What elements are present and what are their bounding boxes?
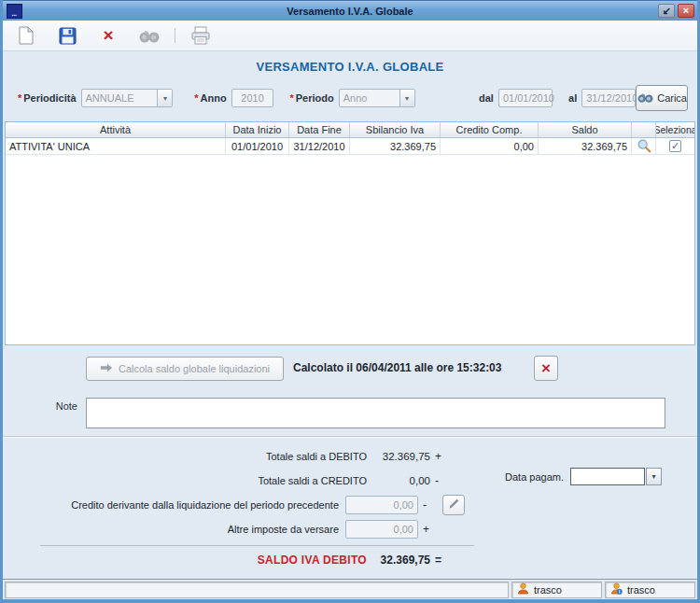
status-message-panel [5,582,509,598]
note-textarea[interactable] [86,398,665,428]
table-row[interactable]: ATTIVITA' UNICA 01/01/2010 31/12/2010 32… [6,138,694,155]
user-info-icon [610,582,623,596]
saldo-divider [40,545,474,546]
required-marker: * [290,92,294,104]
al-label: al [568,92,577,104]
activities-table: Attività Data Inizio Data Fine Sbilancio… [5,121,695,345]
column-header-data-fine[interactable]: Data Fine [289,122,350,138]
red-x-icon: × [541,359,551,378]
debito-value: 32.369,75 [370,451,430,462]
periodo-select[interactable]: Anno ▾ [339,89,415,107]
note-row: Note [3,398,697,428]
edit-credito-button[interactable] [442,495,465,515]
saldo-iva-row: SALDO IVA DEBITO 32.369,75 = [3,552,697,568]
column-header-data-inizio[interactable]: Data Inizio [226,122,289,138]
altre-imposte-row: Altre imposte da versare 0,00 + [3,521,697,538]
dal-label: dal [479,92,494,104]
cell-attivita: ATTIVITA' UNICA [6,138,226,155]
filter-row: * Periodicità ANNUALE ▾ * Anno 2010 * Pe… [3,88,697,108]
search-icon [138,28,161,44]
column-header-detail [632,122,656,138]
user-name: trasco [627,584,655,596]
clear-calculation-button[interactable]: × [534,356,558,381]
chevron-down-icon[interactable]: ▾ [157,90,172,106]
column-header-credito-comp[interactable]: Credito Comp. [441,122,539,138]
saldo-iva-value: 32.369,75 [370,554,430,567]
column-header-attivita[interactable]: Attività [6,122,226,138]
anno-label: Anno [201,92,227,104]
toolbar-separator [175,28,175,43]
user-name: trasco [534,584,562,596]
column-header-seleziona[interactable]: Seleziona [656,122,694,138]
close-icon: × [683,6,689,16]
user-panel-2: trasco [605,582,695,598]
credito-operator: - [435,474,448,487]
credito-precedente-operator: - [423,498,436,512]
al-field[interactable]: 31/12/2010 [581,89,636,107]
column-header-saldo[interactable]: Saldo [539,122,632,138]
required-marker: * [194,92,198,104]
credito-precedente-label: Credito derivante dalla liquidazione del… [3,499,339,511]
new-document-button[interactable] [16,25,36,46]
save-button[interactable] [57,25,77,46]
column-header-sbilancio-iva[interactable]: Sbilancio Iva [350,122,441,138]
titlebar: ▪▪▪ Versamento I.V.A. Globale ↙ × [3,0,697,21]
app-window: ▪▪▪ Versamento I.V.A. Globale ↙ × × [0,0,700,603]
calc-section: Calcola saldo globale liquidazioni Calco… [3,355,697,392]
credito-value: 0,00 [370,475,430,486]
debito-label: Totale saldi a DEBITO [3,451,367,462]
arrow-right-icon [100,362,113,375]
credito-label: Totale saldi a CREDITO [3,475,367,486]
table-header-row: Attività Data Inizio Data Fine Sbilancio… [6,122,694,138]
delete-icon: × [103,25,113,46]
dal-field[interactable]: 01/01/2010 [498,89,553,107]
altre-imposte-label: Altre imposte da versare [3,524,339,535]
chevron-down-icon[interactable]: ▾ [646,468,662,485]
saldo-iva-operator: = [435,554,448,567]
status-bar: trasco trasco [3,579,697,599]
new-document-icon [18,26,35,45]
periodicita-select[interactable]: ANNUALE ▾ [81,89,174,107]
data-pagamento-group: Data pagam. ▾ [505,468,662,485]
binoculars-icon [637,91,654,105]
toolbar: × [3,21,697,51]
cell-seleziona [656,138,694,155]
calcola-saldo-button[interactable]: Calcola saldo globale liquidazioni [86,357,284,381]
credito-precedente-field[interactable]: 0,00 [345,496,418,514]
window-title: Versamento I.V.A. Globale [3,6,697,17]
debito-row: Totale saldi a DEBITO 32.369,75 + [3,448,697,465]
seleziona-checkbox[interactable] [669,140,681,152]
magnifier-icon [637,138,651,155]
search-button[interactable] [139,25,160,46]
restore-icon: ↙ [662,6,670,16]
note-label: Note [3,398,77,428]
user-icon [517,582,529,596]
restore-window-button[interactable]: ↙ [658,4,675,18]
data-pagamento-field[interactable] [570,468,645,485]
cell-saldo: 32.369,75 [539,138,632,155]
saldo-iva-label: SALDO IVA DEBITO [3,554,367,567]
debito-operator: + [435,450,448,463]
credito-precedente-row: Credito derivante dalla liquidazione del… [3,497,697,513]
cell-credito-comp: 0,00 [441,138,539,155]
altre-imposte-operator: + [423,523,436,536]
save-icon [59,27,77,45]
print-icon [190,26,211,45]
totals-section: Totale saldi a DEBITO 32.369,75 + Totale… [3,438,697,580]
row-detail-button[interactable] [632,138,656,155]
periodo-label: Periodo [296,92,334,104]
close-window-button[interactable]: × [678,4,694,18]
page-title: VERSAMENTO I.V.A. GLOBALE [3,51,697,74]
delete-button[interactable]: × [98,25,119,46]
chevron-down-icon[interactable]: ▾ [399,90,414,106]
print-button[interactable] [190,25,211,46]
required-marker: * [18,92,21,104]
carica-button-label: Carica [657,92,687,104]
pencil-icon [448,497,460,513]
altre-imposte-field[interactable]: 0,00 [345,520,418,539]
anno-field[interactable]: 2010 [231,89,274,107]
user-panel-1: trasco [511,582,602,598]
data-pagamento-label: Data pagam. [505,471,564,483]
calc-status-text: Calcolato il 06/04/2011 alle ore 15:32:0… [293,361,501,374]
carica-button[interactable]: Carica [636,85,688,111]
